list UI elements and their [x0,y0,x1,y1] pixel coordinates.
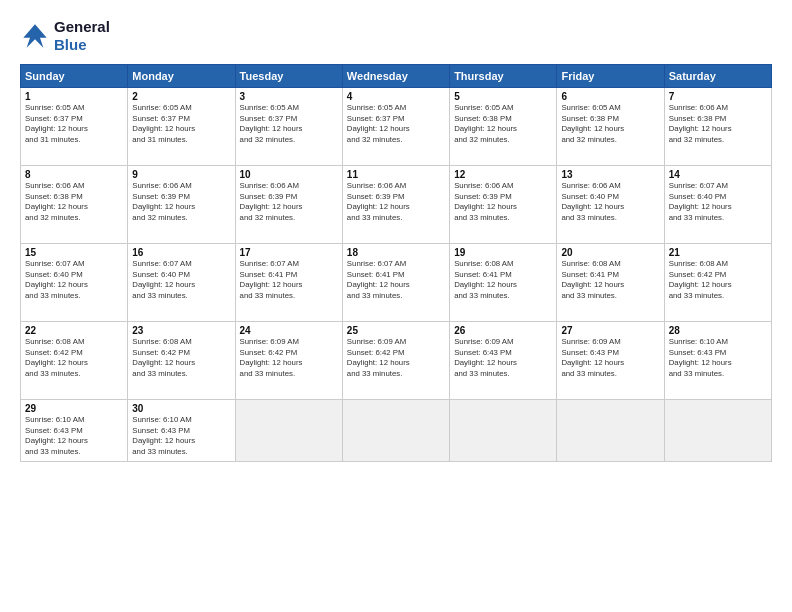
calendar-day-cell [450,400,557,462]
calendar-day-cell: 25Sunrise: 6:09 AM Sunset: 6:42 PM Dayli… [342,322,449,400]
calendar-table: SundayMondayTuesdayWednesdayThursdayFrid… [20,64,772,462]
day-info: Sunrise: 6:08 AM Sunset: 6:41 PM Dayligh… [454,259,552,301]
day-number: 23 [132,325,230,336]
day-number: 5 [454,91,552,102]
day-info: Sunrise: 6:10 AM Sunset: 6:43 PM Dayligh… [25,415,123,457]
day-info: Sunrise: 6:05 AM Sunset: 6:38 PM Dayligh… [454,103,552,145]
calendar-day-cell: 15Sunrise: 6:07 AM Sunset: 6:40 PM Dayli… [21,244,128,322]
day-info: Sunrise: 6:05 AM Sunset: 6:37 PM Dayligh… [240,103,338,145]
day-number: 2 [132,91,230,102]
page: General Blue SundayMondayTuesdayWednesda… [0,0,792,612]
calendar-day-cell: 19Sunrise: 6:08 AM Sunset: 6:41 PM Dayli… [450,244,557,322]
logo: General Blue [20,18,110,54]
day-number: 4 [347,91,445,102]
day-info: Sunrise: 6:09 AM Sunset: 6:42 PM Dayligh… [240,337,338,379]
calendar-day-cell: 5Sunrise: 6:05 AM Sunset: 6:38 PM Daylig… [450,88,557,166]
day-number: 17 [240,247,338,258]
calendar-day-cell: 2Sunrise: 6:05 AM Sunset: 6:37 PM Daylig… [128,88,235,166]
calendar-day-cell: 27Sunrise: 6:09 AM Sunset: 6:43 PM Dayli… [557,322,664,400]
day-info: Sunrise: 6:07 AM Sunset: 6:40 PM Dayligh… [669,181,767,223]
day-number: 7 [669,91,767,102]
calendar-day-cell [235,400,342,462]
calendar-header-cell: Wednesday [342,65,449,88]
day-number: 30 [132,403,230,414]
day-number: 10 [240,169,338,180]
calendar-day-cell: 29Sunrise: 6:10 AM Sunset: 6:43 PM Dayli… [21,400,128,462]
calendar-day-cell: 28Sunrise: 6:10 AM Sunset: 6:43 PM Dayli… [664,322,771,400]
calendar-day-cell: 6Sunrise: 6:05 AM Sunset: 6:38 PM Daylig… [557,88,664,166]
calendar-day-cell: 14Sunrise: 6:07 AM Sunset: 6:40 PM Dayli… [664,166,771,244]
calendar-week-row: 8Sunrise: 6:06 AM Sunset: 6:38 PM Daylig… [21,166,772,244]
calendar-day-cell [664,400,771,462]
calendar-header-cell: Monday [128,65,235,88]
calendar-day-cell: 1Sunrise: 6:05 AM Sunset: 6:37 PM Daylig… [21,88,128,166]
day-info: Sunrise: 6:05 AM Sunset: 6:38 PM Dayligh… [561,103,659,145]
day-number: 12 [454,169,552,180]
day-info: Sunrise: 6:07 AM Sunset: 6:40 PM Dayligh… [132,259,230,301]
day-info: Sunrise: 6:05 AM Sunset: 6:37 PM Dayligh… [132,103,230,145]
calendar-day-cell: 8Sunrise: 6:06 AM Sunset: 6:38 PM Daylig… [21,166,128,244]
day-info: Sunrise: 6:06 AM Sunset: 6:40 PM Dayligh… [561,181,659,223]
calendar-day-cell: 9Sunrise: 6:06 AM Sunset: 6:39 PM Daylig… [128,166,235,244]
calendar-week-row: 15Sunrise: 6:07 AM Sunset: 6:40 PM Dayli… [21,244,772,322]
day-number: 26 [454,325,552,336]
calendar-header-cell: Tuesday [235,65,342,88]
calendar-day-cell: 22Sunrise: 6:08 AM Sunset: 6:42 PM Dayli… [21,322,128,400]
day-number: 16 [132,247,230,258]
day-info: Sunrise: 6:06 AM Sunset: 6:39 PM Dayligh… [454,181,552,223]
day-number: 3 [240,91,338,102]
calendar-day-cell: 24Sunrise: 6:09 AM Sunset: 6:42 PM Dayli… [235,322,342,400]
calendar-day-cell: 16Sunrise: 6:07 AM Sunset: 6:40 PM Dayli… [128,244,235,322]
calendar-header-cell: Saturday [664,65,771,88]
day-info: Sunrise: 6:09 AM Sunset: 6:42 PM Dayligh… [347,337,445,379]
day-info: Sunrise: 6:10 AM Sunset: 6:43 PM Dayligh… [132,415,230,457]
day-info: Sunrise: 6:07 AM Sunset: 6:41 PM Dayligh… [240,259,338,301]
calendar-day-cell: 12Sunrise: 6:06 AM Sunset: 6:39 PM Dayli… [450,166,557,244]
calendar-week-row: 1Sunrise: 6:05 AM Sunset: 6:37 PM Daylig… [21,88,772,166]
day-info: Sunrise: 6:06 AM Sunset: 6:39 PM Dayligh… [347,181,445,223]
day-info: Sunrise: 6:07 AM Sunset: 6:41 PM Dayligh… [347,259,445,301]
svg-marker-0 [23,24,46,47]
logo-text: General Blue [54,18,110,54]
day-info: Sunrise: 6:06 AM Sunset: 6:39 PM Dayligh… [132,181,230,223]
day-info: Sunrise: 6:08 AM Sunset: 6:42 PM Dayligh… [132,337,230,379]
calendar-day-cell: 3Sunrise: 6:05 AM Sunset: 6:37 PM Daylig… [235,88,342,166]
day-info: Sunrise: 6:08 AM Sunset: 6:42 PM Dayligh… [25,337,123,379]
calendar-day-cell: 18Sunrise: 6:07 AM Sunset: 6:41 PM Dayli… [342,244,449,322]
day-number: 18 [347,247,445,258]
day-info: Sunrise: 6:06 AM Sunset: 6:39 PM Dayligh… [240,181,338,223]
day-number: 14 [669,169,767,180]
day-number: 28 [669,325,767,336]
calendar-week-row: 29Sunrise: 6:10 AM Sunset: 6:43 PM Dayli… [21,400,772,462]
calendar-day-cell: 30Sunrise: 6:10 AM Sunset: 6:43 PM Dayli… [128,400,235,462]
day-number: 13 [561,169,659,180]
day-number: 15 [25,247,123,258]
calendar-day-cell: 4Sunrise: 6:05 AM Sunset: 6:37 PM Daylig… [342,88,449,166]
calendar-day-cell [557,400,664,462]
calendar-day-cell: 17Sunrise: 6:07 AM Sunset: 6:41 PM Dayli… [235,244,342,322]
day-info: Sunrise: 6:10 AM Sunset: 6:43 PM Dayligh… [669,337,767,379]
day-number: 19 [454,247,552,258]
calendar-day-cell: 11Sunrise: 6:06 AM Sunset: 6:39 PM Dayli… [342,166,449,244]
calendar-day-cell: 13Sunrise: 6:06 AM Sunset: 6:40 PM Dayli… [557,166,664,244]
day-number: 29 [25,403,123,414]
calendar-day-cell [342,400,449,462]
day-number: 6 [561,91,659,102]
logo-icon [20,21,50,51]
day-number: 20 [561,247,659,258]
day-number: 22 [25,325,123,336]
day-number: 21 [669,247,767,258]
day-info: Sunrise: 6:05 AM Sunset: 6:37 PM Dayligh… [347,103,445,145]
day-info: Sunrise: 6:06 AM Sunset: 6:38 PM Dayligh… [669,103,767,145]
calendar-day-cell: 20Sunrise: 6:08 AM Sunset: 6:41 PM Dayli… [557,244,664,322]
day-number: 1 [25,91,123,102]
header: General Blue [20,18,772,54]
day-info: Sunrise: 6:08 AM Sunset: 6:42 PM Dayligh… [669,259,767,301]
day-info: Sunrise: 6:09 AM Sunset: 6:43 PM Dayligh… [561,337,659,379]
day-number: 11 [347,169,445,180]
calendar-day-cell: 26Sunrise: 6:09 AM Sunset: 6:43 PM Dayli… [450,322,557,400]
day-info: Sunrise: 6:09 AM Sunset: 6:43 PM Dayligh… [454,337,552,379]
calendar-day-cell: 7Sunrise: 6:06 AM Sunset: 6:38 PM Daylig… [664,88,771,166]
calendar-day-cell: 10Sunrise: 6:06 AM Sunset: 6:39 PM Dayli… [235,166,342,244]
day-info: Sunrise: 6:05 AM Sunset: 6:37 PM Dayligh… [25,103,123,145]
